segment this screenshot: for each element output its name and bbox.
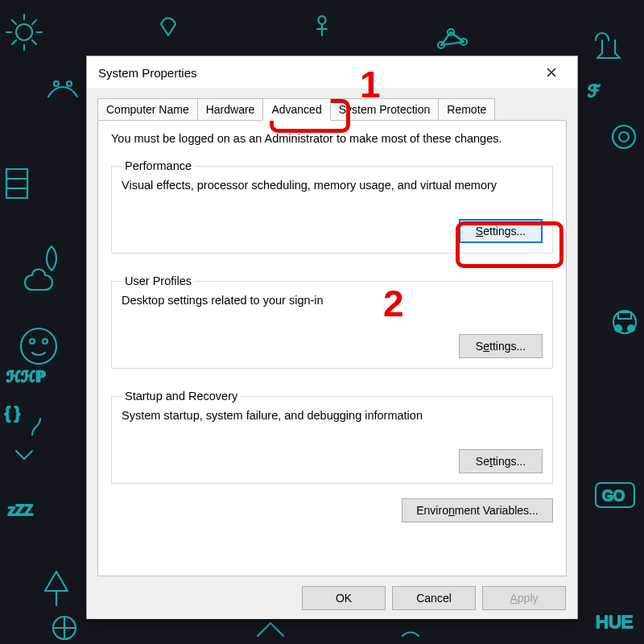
window-title: System Properties: [98, 66, 534, 80]
svg-text:ℋℋℙ: ℋℋℙ: [6, 369, 46, 385]
svg-rect-14: [618, 312, 631, 319]
tab-strip: Computer Name Hardware Advanced System P…: [97, 96, 567, 120]
tab-computer-name[interactable]: Computer Name: [97, 98, 198, 120]
group-startup-recovery: Startup and Recovery System startup, sys…: [111, 390, 553, 484]
user-profiles-settings-button[interactable]: Settings...: [459, 334, 543, 358]
group-performance-desc: Visual effects, processor scheduling, me…: [122, 179, 543, 192]
svg-text:{ }: { }: [5, 404, 20, 422]
svg-rect-3: [6, 169, 27, 198]
svg-point-28: [43, 339, 47, 344]
svg-point-1: [54, 81, 59, 86]
svg-point-13: [628, 325, 634, 332]
group-user-profiles-desc: Desktop settings related to your sign-in: [122, 294, 543, 307]
svg-text:GO: GO: [602, 488, 625, 504]
environment-variables-button[interactable]: Environment Variables...: [402, 498, 553, 522]
group-user-profiles-legend: User Profiles: [122, 275, 195, 287]
svg-line-22: [451, 32, 464, 42]
ok-button[interactable]: OK: [302, 586, 386, 610]
cancel-button[interactable]: Cancel: [392, 586, 476, 610]
close-button[interactable]: [534, 60, 569, 85]
performance-settings-button[interactable]: Settings...: [459, 219, 543, 243]
tab-advanced[interactable]: Advanced: [263, 98, 330, 121]
group-user-profiles: User Profiles Desktop settings related t…: [111, 275, 553, 369]
performance-settings-button-label: ettings...: [483, 225, 526, 237]
startup-settings-button[interactable]: Settings...: [459, 449, 543, 473]
admin-note: You must be logged on as an Administrato…: [111, 132, 553, 145]
svg-point-9: [613, 126, 635, 148]
svg-text:HUE: HUE: [596, 612, 633, 632]
svg-text:ℱ: ℱ: [588, 82, 601, 100]
svg-point-26: [21, 328, 56, 364]
close-icon: [547, 68, 556, 77]
titlebar[interactable]: System Properties: [87, 56, 577, 89]
tab-remote[interactable]: Remote: [439, 98, 495, 120]
tab-system-protection[interactable]: System Protection: [331, 98, 440, 120]
group-performance: Performance Visual effects, processor sc…: [111, 159, 553, 254]
tab-hardware[interactable]: Hardware: [198, 98, 264, 120]
svg-point-10: [619, 132, 629, 142]
group-startup-recovery-desc: System startup, system failure, and debu…: [122, 409, 543, 422]
svg-point-0: [16, 24, 32, 40]
apply-button[interactable]: Apply: [482, 586, 566, 610]
group-startup-recovery-legend: Startup and Recovery: [122, 390, 241, 402]
dialog-footer: OK Cancel Apply: [87, 577, 577, 619]
group-performance-legend: Performance: [122, 159, 195, 172]
svg-point-27: [30, 339, 35, 344]
svg-point-12: [615, 325, 621, 332]
svg-text:zZZ: zZZ: [8, 502, 33, 518]
svg-point-2: [67, 81, 72, 86]
system-properties-dialog: System Properties Computer Name Hardware…: [86, 56, 578, 619]
tab-panel-advanced: You must be logged on as an Administrato…: [97, 120, 567, 576]
